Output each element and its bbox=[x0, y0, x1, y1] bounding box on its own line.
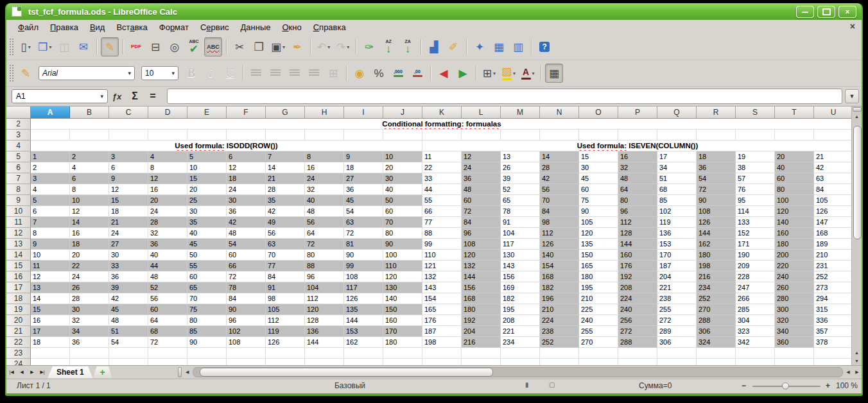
column-header-S[interactable]: S bbox=[736, 107, 775, 119]
grid-lines-button[interactable]: ▦ bbox=[545, 64, 563, 83]
cell[interactable]: 12 bbox=[462, 151, 501, 162]
cell[interactable]: 150 bbox=[383, 304, 422, 315]
column-header-N[interactable]: N bbox=[540, 107, 579, 119]
cell[interactable]: 42 bbox=[266, 206, 305, 217]
cell[interactable]: 255 bbox=[657, 304, 697, 315]
cell[interactable] bbox=[266, 130, 305, 141]
cell[interactable] bbox=[657, 348, 697, 359]
column-header-T[interactable]: T bbox=[775, 107, 814, 119]
cell[interactable]: 14 bbox=[540, 151, 579, 162]
cell[interactable]: 33 bbox=[109, 261, 148, 271]
cell[interactable] bbox=[540, 359, 579, 365]
cell[interactable]: 80 bbox=[618, 195, 657, 206]
cell[interactable] bbox=[736, 130, 775, 141]
increase-indent-button[interactable]: ▶ bbox=[454, 64, 472, 83]
cell[interactable]: 91 bbox=[501, 217, 540, 228]
cell[interactable]: 30 bbox=[187, 206, 227, 217]
cell[interactable]: 50 bbox=[383, 195, 422, 206]
cell[interactable]: 10 bbox=[70, 195, 109, 206]
zoom-in-button[interactable]: + bbox=[826, 381, 830, 390]
cell[interactable]: 133 bbox=[736, 217, 775, 228]
cell[interactable]: 165 bbox=[422, 304, 462, 315]
cell[interactable]: 136 bbox=[305, 326, 344, 337]
cell[interactable]: 98 bbox=[540, 217, 579, 228]
cell[interactable]: 216 bbox=[697, 271, 736, 282]
cell[interactable]: 45 bbox=[187, 239, 227, 250]
sort-descending-button[interactable]: ZA↓ bbox=[399, 37, 417, 56]
column-header-K[interactable]: K bbox=[422, 107, 462, 119]
cell[interactable]: 294 bbox=[814, 293, 851, 304]
cell[interactable]: 152 bbox=[736, 228, 775, 239]
cell[interactable]: 44 bbox=[148, 261, 187, 271]
cell[interactable]: 60 bbox=[227, 250, 266, 261]
row-header-3[interactable]: 3 bbox=[6, 130, 31, 141]
cell[interactable]: 192 bbox=[462, 315, 501, 326]
cell[interactable]: 119 bbox=[657, 217, 697, 228]
cell[interactable] bbox=[501, 348, 540, 359]
cell[interactable]: 117 bbox=[501, 239, 540, 250]
cell[interactable]: 80 bbox=[305, 250, 344, 261]
new-document-button[interactable]: ▯▾ bbox=[17, 37, 35, 56]
cell[interactable]: 126 bbox=[697, 217, 736, 228]
undo-dropdown-icon[interactable]: ▾ bbox=[327, 44, 330, 50]
redo-button[interactable]: ↷▾ bbox=[334, 37, 352, 56]
cell[interactable]: 120 bbox=[383, 271, 422, 282]
cell[interactable]: 28 bbox=[266, 184, 305, 195]
cell[interactable]: 13 bbox=[501, 151, 540, 162]
cell[interactable]: 120 bbox=[579, 228, 618, 239]
column-header-C[interactable]: C bbox=[109, 107, 148, 119]
redo-dropdown-icon[interactable]: ▾ bbox=[347, 44, 349, 50]
cell[interactable]: 195 bbox=[579, 282, 618, 293]
cell[interactable] bbox=[344, 130, 383, 141]
row-header-8[interactable]: 8 bbox=[6, 184, 31, 195]
cell[interactable]: 55 bbox=[422, 195, 462, 206]
auto-spellcheck-button[interactable]: ABC bbox=[204, 37, 222, 56]
cell[interactable]: 54 bbox=[344, 206, 383, 217]
cell[interactable]: 52 bbox=[501, 184, 540, 195]
next-sheet-button[interactable]: ▶ bbox=[27, 367, 37, 377]
cell[interactable]: 28 bbox=[70, 293, 109, 304]
menu-item-insert[interactable]: Вставка bbox=[111, 21, 152, 33]
row-header-14[interactable]: 14 bbox=[6, 250, 31, 261]
cell[interactable]: 52 bbox=[148, 282, 187, 293]
cell[interactable]: 140 bbox=[775, 217, 814, 228]
cell[interactable]: 135 bbox=[344, 304, 383, 315]
column-header-L[interactable]: L bbox=[462, 107, 501, 119]
column-header-J[interactable]: J bbox=[383, 107, 422, 119]
row-header-17[interactable]: 17 bbox=[6, 282, 31, 293]
cell[interactable]: 120 bbox=[305, 304, 344, 315]
cell[interactable] bbox=[579, 348, 618, 359]
cell[interactable]: 182 bbox=[540, 282, 579, 293]
last-sheet-button[interactable]: ▶| bbox=[37, 367, 48, 377]
cell[interactable]: 63 bbox=[344, 217, 383, 228]
cell[interactable]: 30 bbox=[227, 195, 266, 206]
cell[interactable]: 9 bbox=[31, 239, 70, 250]
cell[interactable]: 22 bbox=[422, 162, 462, 173]
cell[interactable]: 153 bbox=[344, 326, 383, 337]
name-box[interactable]: A1 ▾ bbox=[12, 89, 108, 103]
row-header-20[interactable]: 20 bbox=[6, 315, 31, 326]
cell[interactable]: 180 bbox=[579, 271, 618, 282]
cell[interactable]: 85 bbox=[187, 326, 227, 337]
cell[interactable]: 204 bbox=[657, 271, 697, 282]
cell[interactable]: 105 bbox=[579, 217, 618, 228]
cell[interactable]: 72 bbox=[344, 228, 383, 239]
row-header-7[interactable]: 7 bbox=[6, 173, 31, 184]
cell[interactable]: 14 bbox=[70, 217, 109, 228]
cell[interactable]: 14 bbox=[31, 293, 70, 304]
cell[interactable]: 102 bbox=[657, 206, 697, 217]
cell[interactable]: 32 bbox=[70, 315, 109, 326]
cell[interactable]: 210 bbox=[579, 293, 618, 304]
cell[interactable]: 170 bbox=[383, 326, 422, 337]
cell[interactable]: 288 bbox=[697, 315, 736, 326]
cell[interactable]: 2 bbox=[31, 162, 70, 173]
menu-item-format[interactable]: Формат bbox=[154, 21, 194, 33]
row-header-5[interactable]: 5 bbox=[6, 151, 31, 162]
cell[interactable]: 80 bbox=[187, 315, 227, 326]
cell[interactable]: 130 bbox=[501, 250, 540, 261]
row-header-6[interactable]: 6 bbox=[6, 162, 31, 173]
row-header-22[interactable]: 22 bbox=[6, 337, 31, 348]
cell[interactable]: 143 bbox=[422, 282, 462, 293]
cell[interactable]: 18 bbox=[344, 162, 383, 173]
previous-sheet-button[interactable]: ◀ bbox=[17, 367, 27, 377]
